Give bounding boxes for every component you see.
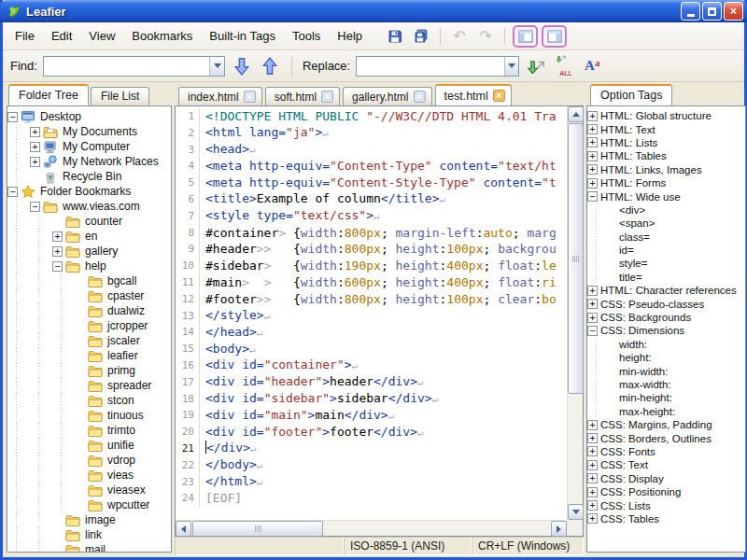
code-line[interactable]: 4<meta http-equiv="Content-Type" content… xyxy=(176,158,567,175)
code-line[interactable]: 18<div id="sidebar">sidebar</div>↵ xyxy=(176,391,567,408)
option-tags-item-html-text[interactable]: +HTML: Text xyxy=(587,122,745,135)
option-tags-item-css-positioning[interactable]: +CSS: Positioning xyxy=(587,485,745,498)
expand-icon[interactable]: + xyxy=(587,313,598,323)
option-tags-item-html-links-images[interactable]: +HTML: Links, Images xyxy=(587,163,745,176)
expand-icon[interactable]: + xyxy=(30,157,40,167)
option-tags-item-style[interactable]: style= xyxy=(587,257,745,270)
option-tags-item-html-character-references[interactable]: +HTML: Character references xyxy=(587,284,745,297)
expand-icon[interactable]: + xyxy=(587,420,598,430)
collapse-icon[interactable]: − xyxy=(7,112,18,122)
code-line[interactable]: 3<head>↵ xyxy=(176,142,567,159)
find-input[interactable] xyxy=(44,57,209,76)
close-tab-icon[interactable]: × xyxy=(414,91,426,103)
folder-tree-item-dualwiz[interactable]: dualwiz xyxy=(7,303,171,318)
editor-tab-soft-html[interactable]: soft.html× xyxy=(265,87,340,105)
folder-tree-item-jcropper[interactable]: jcropper xyxy=(7,318,171,333)
editor-tab-index-html[interactable]: index.html× xyxy=(178,87,262,105)
horizontal-scroll-thumb[interactable] xyxy=(192,521,323,537)
undo-icon[interactable]: ↶ xyxy=(448,26,471,47)
folder-tree-item-spreader[interactable]: spreader xyxy=(7,378,171,393)
tab-file-list[interactable]: File List xyxy=(91,87,149,105)
code-line[interactable]: 8#container> {width:800px; margin-left:a… xyxy=(176,225,567,242)
option-tags-item-id[interactable]: id= xyxy=(587,244,745,257)
option-tags-item-css-margins-padding[interactable]: +CSS: Margins, Padding xyxy=(587,418,745,431)
replace-all-icon[interactable]: ALL xyxy=(553,56,575,77)
code-area[interactable]: 1<!DOCTYPE HTML PUBLIC "-//W3C//DTD HTML… xyxy=(176,106,567,520)
code-line[interactable]: 24[EOF] xyxy=(176,490,567,507)
expand-icon[interactable]: + xyxy=(587,513,598,524)
option-tags-item-css-borders-outlines[interactable]: +CSS: Borders, Outlines xyxy=(587,431,745,444)
scroll-right-icon[interactable] xyxy=(551,521,567,537)
scroll-down-icon[interactable] xyxy=(568,504,584,520)
option-tags-item-css-dimensions[interactable]: −CSS: Dimensions xyxy=(587,324,745,337)
code-line[interactable]: 1<!DOCTYPE HTML PUBLIC "-//W3C//DTD HTML… xyxy=(176,108,567,125)
scroll-up-icon[interactable] xyxy=(568,106,584,122)
folder-tree-item-help[interactable]: −help xyxy=(7,259,171,273)
option-tags-box[interactable]: +HTML: Global structure+HTML: Text+HTML:… xyxy=(586,105,746,553)
folder-tree-item-tinuous[interactable]: tinuous xyxy=(7,408,171,423)
folder-tree-item-wpcutter[interactable]: wpcutter xyxy=(7,497,171,512)
find-next-icon[interactable] xyxy=(231,56,253,77)
replace-dropdown-icon[interactable] xyxy=(504,57,519,76)
folder-tree-item-bgcall[interactable]: bgcall xyxy=(7,273,171,288)
menu-help[interactable]: Help xyxy=(329,25,371,47)
folder-tree-item-vieas[interactable]: vieas xyxy=(7,468,171,483)
tab-option-tags[interactable]: Option Tags xyxy=(590,84,672,105)
code-line[interactable]: 16<div id="container">↵ xyxy=(176,357,567,374)
code-line[interactable]: 19<div id="main">main</div>↵ xyxy=(176,407,567,424)
folder-tree-item-my-computer[interactable]: +My Computer xyxy=(7,139,171,154)
option-tags-item-span[interactable]: <span> xyxy=(587,217,745,230)
code-line[interactable]: 9#header>> {width:800px; height:100px; b… xyxy=(176,241,567,258)
editor-tab-test-html[interactable]: test.html× xyxy=(435,84,512,105)
editor-vertical-scrollbar[interactable] xyxy=(567,106,583,520)
option-tags-item-height[interactable]: height: xyxy=(587,351,745,364)
close-button[interactable]: × xyxy=(724,2,743,21)
folder-tree-item-vdrop[interactable]: vdrop xyxy=(7,453,171,468)
code-line[interactable]: 13</style>↵ xyxy=(176,308,567,325)
vertical-scroll-thumb[interactable] xyxy=(568,123,584,394)
folder-tree-item-gallery[interactable]: +gallery xyxy=(7,244,171,259)
folder-tree-item-www-vieas-com[interactable]: −www.vieas.com xyxy=(7,199,171,214)
option-tags-item-width[interactable]: width: xyxy=(587,338,745,351)
layout-right-icon[interactable] xyxy=(542,25,567,48)
collapse-icon[interactable]: − xyxy=(30,202,40,212)
menu-view[interactable]: View xyxy=(80,25,123,47)
expand-icon[interactable]: + xyxy=(587,151,598,161)
replace-combobox[interactable] xyxy=(356,56,519,77)
folder-tree-item-mail[interactable]: mail xyxy=(7,542,171,553)
folder-tree-item-cpaster[interactable]: cpaster xyxy=(7,288,171,303)
code-line[interactable]: 20<div id="footer">footer</div>↵ xyxy=(176,424,567,441)
option-tags-item-class[interactable]: class= xyxy=(587,231,745,244)
expand-icon[interactable]: + xyxy=(587,111,598,121)
menu-bookmarks[interactable]: Bookmarks xyxy=(123,25,201,47)
close-tab-icon[interactable]: × xyxy=(321,91,333,103)
expand-icon[interactable]: + xyxy=(587,137,598,147)
folder-tree-item-image[interactable]: image xyxy=(7,512,171,527)
expand-icon[interactable]: + xyxy=(587,473,598,483)
code-line[interactable]: 6<title>Example of column</title>↵ xyxy=(176,191,567,208)
find-combobox[interactable] xyxy=(43,56,225,77)
replace-input[interactable] xyxy=(357,57,503,76)
code-editor[interactable]: 1<!DOCTYPE HTML PUBLIC "-//W3C//DTD HTML… xyxy=(175,105,584,537)
menu-edit[interactable]: Edit xyxy=(43,25,80,47)
folder-tree-item-unifie[interactable]: unifie xyxy=(7,438,171,453)
code-line[interactable]: 12#footer>> {width:800px; height:100px; … xyxy=(176,291,567,308)
code-line[interactable]: 21</div>↵ xyxy=(176,441,567,457)
expand-icon[interactable]: + xyxy=(587,164,598,175)
editor-horizontal-scrollbar[interactable] xyxy=(176,520,567,536)
expand-icon[interactable]: + xyxy=(587,487,598,497)
expand-icon[interactable]: + xyxy=(52,231,63,242)
option-tags-item-css-display[interactable]: +CSS: Display xyxy=(587,472,745,485)
match-case-icon[interactable]: Aa xyxy=(581,56,603,77)
collapse-icon[interactable]: − xyxy=(587,191,598,202)
expand-icon[interactable]: + xyxy=(587,460,598,470)
code-line[interactable]: 11#main> > {width:600px; height:400px; f… xyxy=(176,274,567,291)
close-tab-icon[interactable]: × xyxy=(493,90,505,102)
folder-tree-item-stcon[interactable]: stcon xyxy=(7,393,171,408)
option-tags-item-css-tables[interactable]: +CSS: Tables xyxy=(587,512,745,525)
collapse-icon[interactable]: − xyxy=(7,187,18,197)
expand-icon[interactable]: + xyxy=(30,127,40,137)
option-tags-item-min-width[interactable]: min-width: xyxy=(587,364,745,377)
expand-icon[interactable]: + xyxy=(587,433,598,443)
folder-tree-item-my-network-places[interactable]: +My Network Places xyxy=(7,154,171,169)
